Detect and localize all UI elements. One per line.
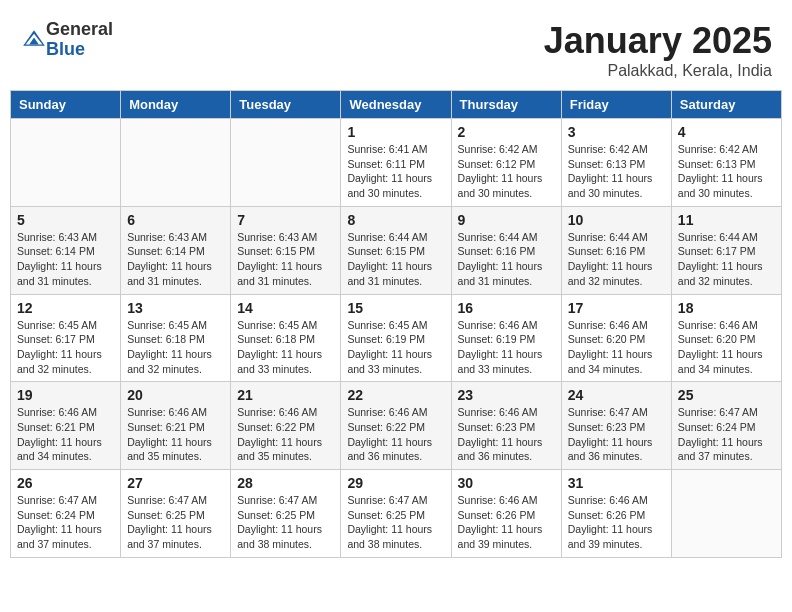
day-of-week-header: Monday xyxy=(121,91,231,119)
day-info: Sunrise: 6:43 AM Sunset: 6:14 PM Dayligh… xyxy=(127,230,224,289)
calendar-cell: 11Sunrise: 6:44 AM Sunset: 6:17 PM Dayli… xyxy=(671,206,781,294)
day-number: 8 xyxy=(347,212,444,228)
logo-blue-text: Blue xyxy=(46,40,113,60)
day-number: 13 xyxy=(127,300,224,316)
day-info: Sunrise: 6:44 AM Sunset: 6:16 PM Dayligh… xyxy=(458,230,555,289)
day-number: 9 xyxy=(458,212,555,228)
day-number: 31 xyxy=(568,475,665,491)
calendar-table: SundayMondayTuesdayWednesdayThursdayFrid… xyxy=(10,90,782,558)
day-number: 14 xyxy=(237,300,334,316)
day-info: Sunrise: 6:46 AM Sunset: 6:21 PM Dayligh… xyxy=(127,405,224,464)
calendar-week-row: 19Sunrise: 6:46 AM Sunset: 6:21 PM Dayli… xyxy=(11,382,782,470)
day-info: Sunrise: 6:44 AM Sunset: 6:17 PM Dayligh… xyxy=(678,230,775,289)
day-number: 28 xyxy=(237,475,334,491)
day-number: 22 xyxy=(347,387,444,403)
calendar-cell: 25Sunrise: 6:47 AM Sunset: 6:24 PM Dayli… xyxy=(671,382,781,470)
day-info: Sunrise: 6:42 AM Sunset: 6:13 PM Dayligh… xyxy=(568,142,665,201)
day-info: Sunrise: 6:46 AM Sunset: 6:26 PM Dayligh… xyxy=(458,493,555,552)
day-of-week-header: Tuesday xyxy=(231,91,341,119)
calendar-cell: 16Sunrise: 6:46 AM Sunset: 6:19 PM Dayli… xyxy=(451,294,561,382)
day-of-week-header: Sunday xyxy=(11,91,121,119)
day-number: 6 xyxy=(127,212,224,228)
day-number: 4 xyxy=(678,124,775,140)
day-number: 25 xyxy=(678,387,775,403)
day-info: Sunrise: 6:47 AM Sunset: 6:25 PM Dayligh… xyxy=(127,493,224,552)
calendar-cell: 30Sunrise: 6:46 AM Sunset: 6:26 PM Dayli… xyxy=(451,470,561,558)
calendar-cell: 27Sunrise: 6:47 AM Sunset: 6:25 PM Dayli… xyxy=(121,470,231,558)
day-number: 10 xyxy=(568,212,665,228)
day-of-week-header: Saturday xyxy=(671,91,781,119)
day-info: Sunrise: 6:46 AM Sunset: 6:23 PM Dayligh… xyxy=(458,405,555,464)
day-number: 5 xyxy=(17,212,114,228)
day-number: 24 xyxy=(568,387,665,403)
calendar-cell: 21Sunrise: 6:46 AM Sunset: 6:22 PM Dayli… xyxy=(231,382,341,470)
day-number: 19 xyxy=(17,387,114,403)
day-info: Sunrise: 6:47 AM Sunset: 6:23 PM Dayligh… xyxy=(568,405,665,464)
day-number: 15 xyxy=(347,300,444,316)
calendar-cell: 1Sunrise: 6:41 AM Sunset: 6:11 PM Daylig… xyxy=(341,119,451,207)
day-number: 27 xyxy=(127,475,224,491)
calendar-cell: 23Sunrise: 6:46 AM Sunset: 6:23 PM Dayli… xyxy=(451,382,561,470)
day-info: Sunrise: 6:44 AM Sunset: 6:15 PM Dayligh… xyxy=(347,230,444,289)
calendar-cell: 29Sunrise: 6:47 AM Sunset: 6:25 PM Dayli… xyxy=(341,470,451,558)
calendar-cell: 8Sunrise: 6:44 AM Sunset: 6:15 PM Daylig… xyxy=(341,206,451,294)
day-number: 3 xyxy=(568,124,665,140)
calendar-cell: 9Sunrise: 6:44 AM Sunset: 6:16 PM Daylig… xyxy=(451,206,561,294)
day-number: 26 xyxy=(17,475,114,491)
calendar-cell xyxy=(231,119,341,207)
calendar-cell: 13Sunrise: 6:45 AM Sunset: 6:18 PM Dayli… xyxy=(121,294,231,382)
calendar-cell: 2Sunrise: 6:42 AM Sunset: 6:12 PM Daylig… xyxy=(451,119,561,207)
logo: General Blue xyxy=(20,20,113,60)
calendar-cell: 15Sunrise: 6:45 AM Sunset: 6:19 PM Dayli… xyxy=(341,294,451,382)
calendar-week-row: 5Sunrise: 6:43 AM Sunset: 6:14 PM Daylig… xyxy=(11,206,782,294)
day-info: Sunrise: 6:46 AM Sunset: 6:20 PM Dayligh… xyxy=(568,318,665,377)
calendar-cell: 17Sunrise: 6:46 AM Sunset: 6:20 PM Dayli… xyxy=(561,294,671,382)
day-of-week-header: Wednesday xyxy=(341,91,451,119)
day-info: Sunrise: 6:41 AM Sunset: 6:11 PM Dayligh… xyxy=(347,142,444,201)
calendar-cell: 19Sunrise: 6:46 AM Sunset: 6:21 PM Dayli… xyxy=(11,382,121,470)
day-number: 23 xyxy=(458,387,555,403)
calendar-cell: 20Sunrise: 6:46 AM Sunset: 6:21 PM Dayli… xyxy=(121,382,231,470)
day-of-week-header: Thursday xyxy=(451,91,561,119)
day-number: 2 xyxy=(458,124,555,140)
day-number: 18 xyxy=(678,300,775,316)
day-info: Sunrise: 6:45 AM Sunset: 6:18 PM Dayligh… xyxy=(127,318,224,377)
calendar-cell: 4Sunrise: 6:42 AM Sunset: 6:13 PM Daylig… xyxy=(671,119,781,207)
day-info: Sunrise: 6:45 AM Sunset: 6:17 PM Dayligh… xyxy=(17,318,114,377)
day-number: 11 xyxy=(678,212,775,228)
day-info: Sunrise: 6:46 AM Sunset: 6:22 PM Dayligh… xyxy=(347,405,444,464)
calendar-cell: 6Sunrise: 6:43 AM Sunset: 6:14 PM Daylig… xyxy=(121,206,231,294)
calendar-cell: 12Sunrise: 6:45 AM Sunset: 6:17 PM Dayli… xyxy=(11,294,121,382)
calendar-cell: 14Sunrise: 6:45 AM Sunset: 6:18 PM Dayli… xyxy=(231,294,341,382)
day-number: 16 xyxy=(458,300,555,316)
day-number: 17 xyxy=(568,300,665,316)
day-info: Sunrise: 6:46 AM Sunset: 6:20 PM Dayligh… xyxy=(678,318,775,377)
calendar-cell: 5Sunrise: 6:43 AM Sunset: 6:14 PM Daylig… xyxy=(11,206,121,294)
location-subtitle: Palakkad, Kerala, India xyxy=(544,62,772,80)
calendar-cell xyxy=(11,119,121,207)
day-number: 30 xyxy=(458,475,555,491)
calendar-cell: 10Sunrise: 6:44 AM Sunset: 6:16 PM Dayli… xyxy=(561,206,671,294)
day-number: 21 xyxy=(237,387,334,403)
calendar-week-row: 1Sunrise: 6:41 AM Sunset: 6:11 PM Daylig… xyxy=(11,119,782,207)
day-number: 20 xyxy=(127,387,224,403)
day-info: Sunrise: 6:44 AM Sunset: 6:16 PM Dayligh… xyxy=(568,230,665,289)
day-number: 7 xyxy=(237,212,334,228)
day-number: 1 xyxy=(347,124,444,140)
calendar-header-row: SundayMondayTuesdayWednesdayThursdayFrid… xyxy=(11,91,782,119)
calendar-week-row: 26Sunrise: 6:47 AM Sunset: 6:24 PM Dayli… xyxy=(11,470,782,558)
logo-general-text: General xyxy=(46,20,113,40)
day-info: Sunrise: 6:46 AM Sunset: 6:19 PM Dayligh… xyxy=(458,318,555,377)
calendar-cell: 31Sunrise: 6:46 AM Sunset: 6:26 PM Dayli… xyxy=(561,470,671,558)
calendar-cell: 28Sunrise: 6:47 AM Sunset: 6:25 PM Dayli… xyxy=(231,470,341,558)
day-info: Sunrise: 6:47 AM Sunset: 6:24 PM Dayligh… xyxy=(678,405,775,464)
page-header: General Blue January 2025 Palakkad, Kera… xyxy=(10,10,782,85)
calendar-cell xyxy=(121,119,231,207)
day-info: Sunrise: 6:43 AM Sunset: 6:15 PM Dayligh… xyxy=(237,230,334,289)
day-of-week-header: Friday xyxy=(561,91,671,119)
calendar-cell: 26Sunrise: 6:47 AM Sunset: 6:24 PM Dayli… xyxy=(11,470,121,558)
day-number: 29 xyxy=(347,475,444,491)
title-block: January 2025 Palakkad, Kerala, India xyxy=(544,20,772,80)
calendar-week-row: 12Sunrise: 6:45 AM Sunset: 6:17 PM Dayli… xyxy=(11,294,782,382)
calendar-cell: 22Sunrise: 6:46 AM Sunset: 6:22 PM Dayli… xyxy=(341,382,451,470)
